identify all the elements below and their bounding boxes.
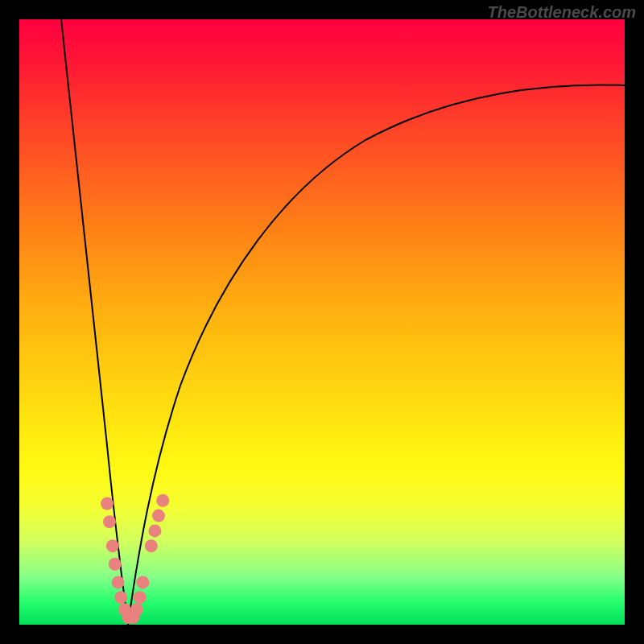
left-branch-curve [61,19,128,625]
data-dot [103,515,116,528]
data-dot [114,591,127,604]
chart-frame: TheBottleneck.com [0,0,644,644]
data-dot [136,576,149,588]
chart-svg [19,19,625,625]
data-dot [152,510,165,522]
data-dot [106,539,119,552]
attribution-text: TheBottleneck.com [488,3,636,22]
right-branch-curve [128,85,625,625]
data-dot [112,576,125,588]
data-dot [134,591,147,604]
data-dot [109,558,122,571]
data-dot [145,539,158,552]
data-dot [148,524,161,537]
dot-cluster [101,494,169,624]
data-dot [156,494,169,507]
data-dot [130,603,143,616]
data-dot [101,497,114,510]
